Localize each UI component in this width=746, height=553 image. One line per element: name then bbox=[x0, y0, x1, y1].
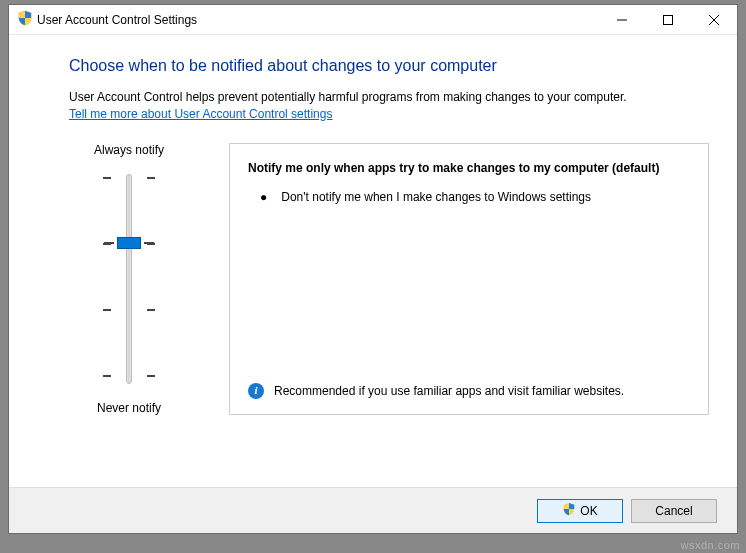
slider-tick bbox=[147, 375, 155, 377]
minimize-button[interactable] bbox=[599, 5, 645, 35]
cancel-button-label: Cancel bbox=[655, 504, 692, 518]
ok-button[interactable]: OK bbox=[537, 499, 623, 523]
slider-tick bbox=[103, 309, 111, 311]
notification-slider[interactable] bbox=[89, 169, 169, 389]
info-bullet-text: Don't notify me when I make changes to W… bbox=[281, 189, 591, 206]
info-recommendation: Recommended if you use familiar apps and… bbox=[274, 383, 624, 400]
cancel-button[interactable]: Cancel bbox=[631, 499, 717, 523]
bullet-icon: ● bbox=[260, 189, 267, 206]
slider-label-top: Always notify bbox=[69, 143, 189, 157]
info-panel-bullet: ● Don't notify me when I make changes to… bbox=[248, 189, 690, 206]
info-icon: i bbox=[248, 383, 264, 399]
svg-rect-1 bbox=[664, 15, 673, 24]
slider-tick bbox=[103, 177, 111, 179]
info-panel-title: Notify me only when apps try to make cha… bbox=[248, 160, 690, 177]
shield-icon bbox=[562, 502, 576, 519]
window-title: User Account Control Settings bbox=[37, 13, 599, 27]
uac-settings-window: User Account Control Settings Choose whe… bbox=[8, 4, 738, 534]
slider-column: Always notify Never notify bbox=[69, 143, 189, 415]
page-heading: Choose when to be notified about changes… bbox=[69, 57, 709, 75]
footer-bar: OK Cancel bbox=[9, 487, 737, 533]
titlebar: User Account Control Settings bbox=[9, 5, 737, 35]
slider-label-bottom: Never notify bbox=[69, 401, 189, 415]
ok-button-label: OK bbox=[580, 504, 597, 518]
slider-tick bbox=[147, 177, 155, 179]
info-panel-footer: i Recommended if you use familiar apps a… bbox=[248, 373, 690, 400]
help-link[interactable]: Tell me more about User Account Control … bbox=[69, 107, 332, 121]
slider-tick bbox=[103, 375, 111, 377]
slider-tick bbox=[147, 309, 155, 311]
watermark: wsxdn.com bbox=[680, 539, 740, 551]
content-area: Choose when to be notified about changes… bbox=[9, 35, 737, 487]
close-button[interactable] bbox=[691, 5, 737, 35]
page-description: User Account Control helps prevent poten… bbox=[69, 89, 709, 106]
maximize-button[interactable] bbox=[645, 5, 691, 35]
slider-thumb[interactable] bbox=[117, 237, 141, 249]
shield-icon bbox=[17, 10, 33, 29]
slider-track bbox=[126, 174, 132, 384]
info-panel: Notify me only when apps try to make cha… bbox=[229, 143, 709, 415]
